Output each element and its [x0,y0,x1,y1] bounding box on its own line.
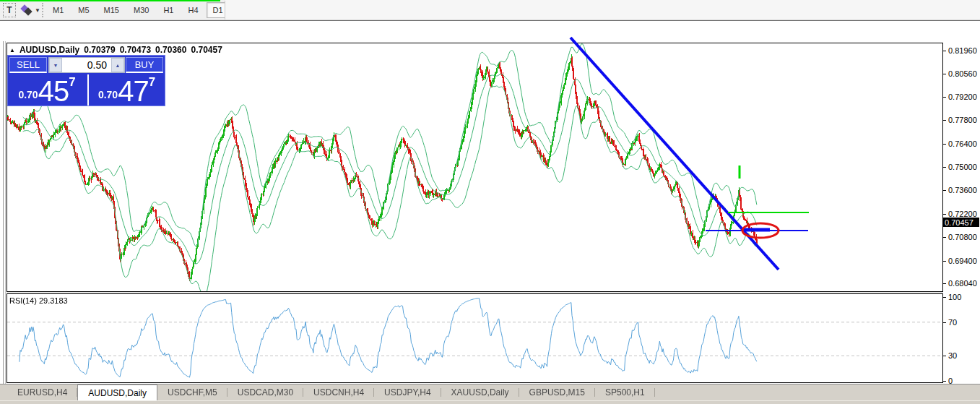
rsi-pane[interactable] [6,293,943,383]
price-tick-label: 0.76400 [948,139,977,148]
timeframe-button-m30[interactable]: M30 [127,2,155,18]
price-tick [943,97,946,98]
collapse-arrow-icon[interactable]: ▲ [9,47,15,53]
buy-price-prefix: 0.70 [98,89,118,106]
draw-arrows-icon[interactable] [19,3,33,17]
price-tick [943,51,946,51]
sell-price-sup: 7 [69,75,75,106]
price-tick [943,167,946,168]
rsi-indicator-label: RSI(14) 29.3183 [9,296,68,305]
volume-input[interactable] [62,58,111,72]
rsi-tick [943,322,946,323]
timeframe-button-m5[interactable]: M5 [71,2,95,18]
chart-window: ▲ AUDUSD,Daily 0.70379 0.70473 0.70360 0… [0,20,980,384]
chart-tab-eurusd[interactable]: EURUSD,H4 [7,384,77,400]
chart-tab-audusd[interactable]: AUDUSD,Daily [77,384,157,400]
rsi-tick-label: 70 [948,318,957,327]
price-tick [943,214,946,215]
price-tick-label: 0.70800 [948,233,977,241]
chevron-down-icon[interactable]: ▼ [33,3,42,17]
buy-price-sup: 7 [149,75,155,106]
price-tick-label: 0.81960 [948,46,977,55]
volume-down-button[interactable]: ▼ [49,58,62,72]
buy-price-display[interactable]: 0.70 47 7 [87,74,165,106]
price-tick [943,74,946,74]
timeframe-button-m1[interactable]: M1 [46,2,70,18]
price-axis[interactable]: 0.819600.805600.792000.778000.764000.750… [943,41,980,294]
sell-button[interactable]: SELL [9,57,47,73]
price-tick-label: 0.79200 [948,93,977,101]
price-tick [943,120,946,121]
price-tick-label: 0.68040 [948,279,977,288]
price-tick [943,190,946,191]
window-border [5,41,6,404]
volume-up-button[interactable]: ▲ [111,58,124,72]
price-tick-label: 0.73600 [948,186,977,194]
ohlc-high: 0.70473 [120,45,151,55]
window-border [3,41,4,404]
price-tick-label: 0.75000 [948,163,977,171]
toolbar-empty-area [225,0,980,20]
buy-price-big: 47 [118,77,149,106]
symbol-label: AUDUSD,Daily [19,45,79,55]
timeframe-button-h1[interactable]: H1 [157,2,180,18]
price-tick-label: 0.80560 [948,69,977,78]
ohlc-low: 0.70360 [155,45,186,55]
price-tick [943,144,946,145]
chart-tab-usdcnh[interactable]: USDCNH,H4 [303,384,374,400]
sell-price-display[interactable]: 0.70 45 7 [8,74,86,106]
rsi-tick-label: 100 [948,293,961,301]
mt4-chart-window: T ▼ M1M5M15M30H1H4D1W1MN ▲ AUDUSD,Daily … [0,0,980,404]
timeframe-button-m15[interactable]: M15 [97,2,126,18]
current-price-tag: 0.70457 [943,218,979,227]
ohlc-close: 0.70457 [191,45,222,55]
price-tick-label: 0.77800 [948,116,977,124]
sell-price-prefix: 0.70 [18,89,38,106]
price-tick-label: 0.69400 [948,257,977,265]
rsi-tick [943,297,946,298]
chart-tab-xauusd[interactable]: XAUUSD,Daily [441,384,519,400]
chart-tabs-bar: EURUSD,H4AUDUSD,DailyUSDCHF,M5USDCAD,M30… [0,384,980,400]
toolbar: T ▼ M1M5M15M30H1H4D1W1MN [0,0,980,20]
chart-tab-usdcad[interactable]: USDCAD,M30 [227,384,303,400]
chart-tab-usdjpy[interactable]: USDJPY,H4 [374,384,441,400]
chart-tab-gbpusd[interactable]: GBPUSD,M15 [519,384,595,400]
sell-price-big: 45 [38,77,69,106]
volume-stepper: ▼ ▲ [48,57,125,73]
rsi-tick-label: 30 [948,351,957,360]
status-strip [0,400,980,404]
buy-button[interactable]: BUY [126,57,163,73]
rsi-tick [943,356,946,356]
toolbar-grip-handle[interactable] [42,3,45,17]
ohlc-open: 0.70379 [84,45,115,55]
chart-title: ▲ AUDUSD,Daily 0.70379 0.70473 0.70360 0… [9,45,222,55]
price-tick [943,283,946,284]
rsi-canvas[interactable] [7,294,942,382]
one-click-trading-panel: SELL ▼ ▲ BUY 0.70 45 7 0.70 47 7 [7,55,165,106]
price-tick [943,261,946,262]
timeframe-button-h4[interactable]: H4 [181,2,204,18]
rsi-tick [943,381,946,382]
chart-tab-usdchf[interactable]: USDCHF,M5 [157,384,227,400]
price-tick [943,237,946,238]
chart-tab-sp500[interactable]: SP500,H1 [595,384,655,400]
text-tool-button[interactable]: T [3,3,16,17]
